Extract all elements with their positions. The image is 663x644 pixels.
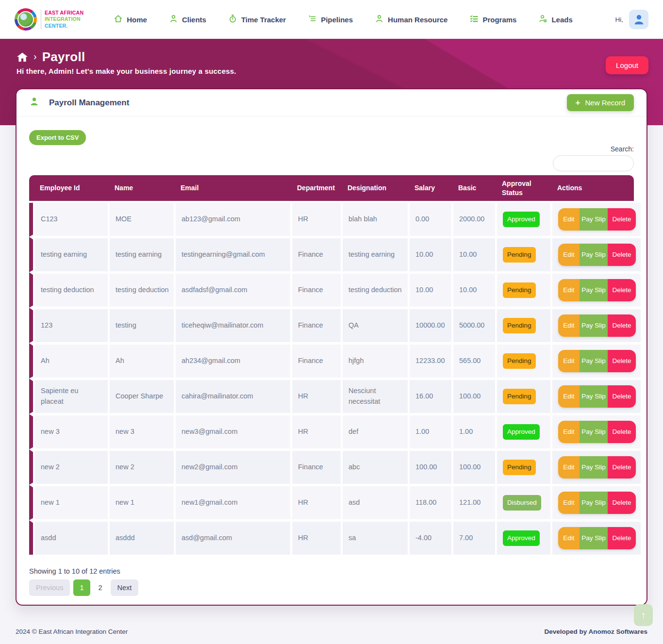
pay-slip-button[interactable]: Pay Slip (580, 279, 608, 301)
nav-item-home[interactable]: Home (114, 14, 147, 25)
actions-group: Edit Pay Slip Delete (558, 350, 636, 372)
cell-approval-status: Disbursed (497, 486, 550, 519)
table-row: new 2 new 2 new2@gmail.com Finance abc 1… (29, 451, 634, 484)
header-approval-status[interactable]: Approval Status (497, 179, 550, 198)
pay-slip-button[interactable]: Pay Slip (580, 350, 608, 372)
edit-button[interactable]: Edit (558, 279, 580, 301)
pay-slip-button[interactable]: Pay Slip (580, 527, 608, 549)
cell-employee-id: new 2 (35, 451, 108, 484)
table-header-row: Employee Id Name Email Department Design… (29, 175, 634, 201)
export-csv-button[interactable]: Export to CSV (29, 130, 86, 145)
page-button-2[interactable]: 2 (94, 579, 107, 596)
cell-designation: abc (343, 451, 408, 484)
person-icon (375, 14, 384, 25)
search-input[interactable] (553, 155, 634, 171)
edit-button[interactable]: Edit (558, 314, 580, 337)
nav-item-human-resource[interactable]: Human Resource (375, 14, 448, 25)
entries-summary: Showing 1 to 10 of 12 entries (29, 567, 634, 575)
edit-button[interactable]: Edit (558, 350, 580, 372)
cell-employee-id: testing earning (35, 238, 108, 271)
cell-approval-status: Approved (497, 203, 550, 236)
greeting-text: Hi, (615, 16, 624, 23)
nav-item-clients[interactable]: Clients (169, 14, 206, 25)
delete-button[interactable]: Delete (608, 385, 636, 408)
navbar-right: Hi, (615, 10, 649, 29)
breadcrumb-home-icon[interactable] (17, 52, 28, 63)
header-employee-id[interactable]: Employee Id (35, 183, 108, 193)
logout-button[interactable]: Logout (606, 56, 648, 74)
edit-button[interactable]: Edit (558, 456, 580, 479)
top-navbar: EAST AFRICAN INTEGRATION CENTER. Home Cl… (0, 0, 663, 39)
cell-actions: Edit Pay Slip Delete (552, 274, 641, 307)
nav-item-programs[interactable]: Programs (469, 14, 516, 25)
cell-designation: def (343, 415, 408, 448)
nav-item-time-tracker[interactable]: Time Tracker (228, 14, 286, 25)
new-record-button[interactable]: + New Record (567, 94, 634, 111)
table-row: 123 testing ticeheqiw@mailinator.com Fin… (29, 309, 634, 342)
edit-button[interactable]: Edit (558, 421, 580, 443)
search-area: Search: (29, 145, 634, 171)
header-designation[interactable]: Designation (343, 183, 408, 193)
cell-email: ab123@gmail.com (176, 203, 290, 236)
delete-button[interactable]: Delete (608, 314, 636, 337)
edit-button[interactable]: Edit (558, 208, 580, 231)
cell-designation: testing deduction (343, 274, 408, 307)
delete-button[interactable]: Delete (608, 350, 636, 372)
cell-actions: Edit Pay Slip Delete (552, 238, 641, 271)
cell-designation: testing earning (343, 238, 408, 271)
nav-item-pipelines[interactable]: Pipelines (308, 14, 353, 25)
header-salary[interactable]: Salary (410, 183, 451, 193)
delete-button[interactable]: Delete (608, 421, 636, 443)
nav-item-leads[interactable]: Leads (538, 14, 572, 25)
delete-button[interactable]: Delete (608, 244, 636, 266)
previous-page-button[interactable]: Previous (29, 579, 70, 596)
pay-slip-button[interactable]: Pay Slip (580, 244, 608, 266)
nav-label: Time Tracker (241, 16, 286, 24)
pay-slip-button[interactable]: Pay Slip (580, 421, 608, 443)
delete-button[interactable]: Delete (608, 208, 636, 231)
nav-label: Clients (182, 16, 206, 24)
next-page-button[interactable]: Next (111, 579, 139, 596)
cell-department: Finance (292, 274, 341, 307)
hero-subtitle: Hi there, Admin! Let's make your busines… (17, 67, 663, 75)
logo-line-2: INTEGRATION (45, 16, 83, 23)
edit-button[interactable]: Edit (558, 527, 580, 549)
new-record-label: New Record (585, 99, 625, 107)
user-avatar[interactable] (629, 10, 648, 29)
page-button-1[interactable]: 1 (73, 579, 90, 596)
cell-email: testingearning@gmail.com (176, 238, 290, 271)
header-email[interactable]: Email (176, 183, 290, 193)
pay-slip-button[interactable]: Pay Slip (580, 385, 608, 408)
pay-slip-button[interactable]: Pay Slip (580, 208, 608, 231)
logo-line-3: CENTER. (45, 23, 83, 30)
edit-button[interactable]: Edit (558, 492, 580, 514)
actions-group: Edit Pay Slip Delete (558, 456, 636, 479)
delete-button[interactable]: Delete (608, 279, 636, 301)
pay-slip-button[interactable]: Pay Slip (580, 314, 608, 337)
cell-basic: 7.00 (453, 522, 495, 555)
company-logo[interactable]: EAST AFRICAN INTEGRATION CENTER. (15, 8, 83, 31)
hero-content: › Payroll Hi there, Admin! Let's make yo… (0, 39, 663, 75)
edit-button[interactable]: Edit (558, 385, 580, 408)
table-row: new 1 new 1 new1@gmail.com HR asd 118.00… (29, 486, 634, 519)
row-accent-bar (29, 451, 33, 484)
header-basic[interactable]: Basic (453, 183, 495, 193)
pay-slip-button[interactable]: Pay Slip (580, 456, 608, 479)
cell-actions: Edit Pay Slip Delete (552, 345, 641, 378)
cell-department: HR (292, 522, 341, 555)
cell-name: testing deduction (110, 274, 174, 307)
cell-name: testing earning (110, 238, 174, 271)
card-body: Export to CSV Search: Employee Id Name E… (17, 116, 646, 596)
actions-group: Edit Pay Slip Delete (558, 421, 636, 443)
card-header: Payroll Management + New Record (17, 89, 646, 116)
header-department[interactable]: Department (292, 183, 341, 193)
delete-button[interactable]: Delete (608, 492, 636, 514)
delete-button[interactable]: Delete (608, 527, 636, 549)
scroll-to-top-button[interactable]: ↑ (634, 604, 653, 626)
person-plus-icon (538, 14, 547, 25)
header-name[interactable]: Name (110, 183, 174, 193)
edit-button[interactable]: Edit (558, 244, 580, 266)
delete-button[interactable]: Delete (608, 456, 636, 479)
cell-actions: Edit Pay Slip Delete (552, 486, 641, 519)
pay-slip-button[interactable]: Pay Slip (580, 492, 608, 514)
